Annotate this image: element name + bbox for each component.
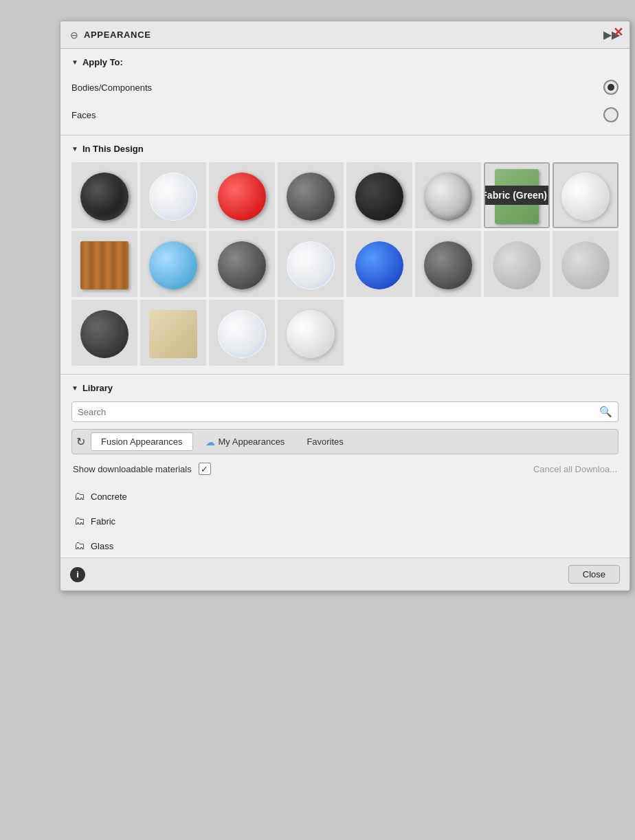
material-item[interactable] (484, 231, 550, 297)
material-item[interactable] (415, 162, 481, 228)
in-this-design-title: ▼ In This Design (71, 144, 619, 154)
material-item[interactable] (209, 231, 275, 297)
material-item[interactable] (553, 231, 619, 297)
faces-row[interactable]: Faces (71, 103, 619, 126)
faces-label: Faces (71, 110, 603, 120)
material-item[interactable] (140, 300, 206, 366)
close-button[interactable]: Close (568, 565, 620, 584)
library-title: ▼ Library (71, 383, 619, 393)
tab-my-appearances[interactable]: ☁ My Appearances (196, 433, 295, 451)
folder-name: Fabric (91, 516, 115, 527)
window-close-icon[interactable]: ✕ (613, 25, 623, 40)
faces-radio[interactable] (603, 107, 619, 122)
checkbox-check-icon: ✓ (201, 465, 208, 474)
folder-list: 🗂 Concrete 🗂 Fabric 🗂 Glass (71, 485, 619, 557)
panel-header: ⊖ APPEARANCE ▶▶ (60, 21, 630, 49)
bodies-label: Bodies/Components (71, 82, 603, 93)
refresh-button[interactable]: ↻ (76, 435, 85, 448)
show-downloadable-label: Show downloadable materials (73, 464, 192, 474)
material-item[interactable] (553, 162, 619, 228)
green-fabric-material[interactable]: Fabric (Green) (484, 162, 550, 228)
tab-fusion-appearances[interactable]: Fusion Appearances (91, 432, 193, 451)
material-item[interactable] (346, 231, 412, 297)
panel-footer: i Close (60, 557, 630, 590)
material-item[interactable] (140, 231, 206, 297)
bodies-components-row[interactable]: Bodies/Components (71, 76, 619, 99)
folder-name: Concrete (91, 491, 127, 502)
apply-to-section: ▼ Apply To: Bodies/Components Faces (60, 49, 630, 135)
in-this-design-section: ▼ In This Design (60, 135, 630, 375)
material-item[interactable] (71, 300, 137, 366)
material-item[interactable] (278, 162, 344, 228)
library-section: ▼ Library 🔍 ↻ Fusion Appearances ☁ My Ap… (60, 375, 630, 557)
folder-name: Glass (91, 541, 113, 551)
search-icon: 🔍 (599, 406, 612, 418)
material-item[interactable] (346, 162, 412, 228)
folder-glass[interactable]: 🗂 Glass (71, 534, 619, 557)
folder-fabric[interactable]: 🗂 Fabric (71, 509, 619, 533)
library-tabs: ↻ Fusion Appearances ☁ My Appearances Fa… (71, 429, 619, 454)
info-button[interactable]: i (70, 567, 85, 582)
section-arrow3: ▼ (71, 384, 78, 392)
material-item[interactable] (278, 231, 344, 297)
panel-title: APPEARANCE (84, 30, 151, 40)
material-item[interactable] (209, 300, 275, 366)
material-item[interactable] (278, 300, 344, 366)
cloud-icon: ☁ (205, 436, 215, 447)
material-item[interactable] (209, 162, 275, 228)
material-item[interactable] (71, 162, 137, 228)
section-arrow: ▼ (71, 58, 78, 66)
material-item[interactable] (140, 162, 206, 228)
folder-icon: 🗂 (74, 515, 85, 527)
material-item[interactable] (71, 231, 137, 297)
folder-list-scroll[interactable]: 🗂 Concrete 🗂 Fabric 🗂 Glass (71, 485, 619, 557)
apply-to-title: ▼ Apply To: (71, 57, 619, 67)
appearance-panel: ⊖ APPEARANCE ▶▶ ▼ Apply To: Bodies/Compo… (60, 21, 630, 591)
minus-icon[interactable]: ⊖ (70, 30, 78, 41)
folder-icon: 🗂 (74, 490, 85, 502)
search-row: 🔍 (71, 401, 619, 422)
show-downloadable-checkbox[interactable]: ✓ (199, 463, 211, 475)
material-item[interactable] (415, 231, 481, 297)
section-arrow2: ▼ (71, 145, 78, 153)
folder-icon: 🗂 (74, 540, 85, 552)
folder-concrete[interactable]: 🗂 Concrete (71, 485, 619, 508)
tab-favorites[interactable]: Favorites (297, 433, 353, 450)
cancel-download-label: Cancel all Downloa... (533, 464, 617, 474)
download-row: Show downloadable materials ✓ Cancel all… (71, 463, 619, 475)
header-left: ⊖ APPEARANCE (70, 30, 151, 41)
bodies-radio-fill (608, 84, 614, 91)
search-input[interactable] (78, 407, 599, 417)
material-grid: Fabric (Green) (71, 162, 619, 366)
bodies-radio[interactable] (603, 80, 619, 95)
